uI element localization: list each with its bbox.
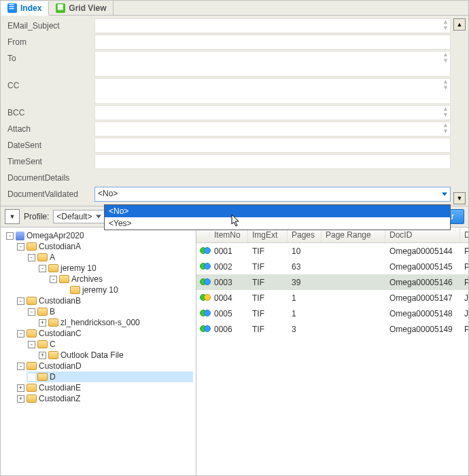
form-scroll-down[interactable]: ▼	[453, 192, 466, 204]
timesent-input[interactable]	[94, 154, 451, 169]
tree-node[interactable]: -A	[27, 252, 193, 263]
tree-node[interactable]: -jeremy 10	[37, 263, 193, 274]
collapse-icon[interactable]: -	[50, 276, 57, 283]
expand-icon[interactable]: +	[17, 384, 24, 392]
bcc-spinner[interactable]: ▲▼	[442, 106, 449, 118]
table-row[interactable]: 0004TIF1Omega00005147JPG	[196, 290, 468, 306]
table-row[interactable]: 0001TIF10Omega00005144PDF	[196, 243, 468, 259]
form-scroll-up[interactable]: ▲	[453, 18, 466, 31]
cell-pages: 39	[288, 276, 322, 289]
tab-index[interactable]: Index	[1, 1, 49, 16]
index-form-area: EMail_Subject▲▼FromTo▲▼CC▲▼BCC▲▼Attach▲▼…	[1, 16, 468, 206]
tree-panel[interactable]: -OmegaApr2020-CustodianA-A-jeremy 10-Arc…	[1, 227, 196, 475]
profile-menu-button[interactable]: ▼	[5, 209, 20, 224]
cell-docid: Omega00005144	[385, 244, 460, 258]
table-row[interactable]: 0003TIF39Omega00005146PDF	[196, 274, 468, 290]
to-input[interactable]: ▲▼	[94, 51, 451, 77]
folder-icon	[37, 308, 48, 316]
tree-node[interactable]: jeremy 10	[59, 285, 193, 295]
database-icon	[16, 232, 24, 240]
tab-grid-view[interactable]: Grid View	[49, 1, 114, 15]
collapse-icon[interactable]: -	[17, 297, 24, 305]
collapse-icon[interactable]: -	[17, 363, 24, 370]
collapse-icon[interactable]: -	[28, 254, 35, 261]
collapse-icon[interactable]: -	[6, 232, 14, 240]
cell-itemno: 0005	[210, 307, 248, 321]
cell-pages: 3	[288, 323, 322, 336]
cell-docext: JPG	[460, 291, 468, 305]
tree-node[interactable]: -CustodianC	[16, 328, 193, 339]
folder-icon	[27, 384, 37, 392]
grid-panel: ItemNo ImgExt Pages Page Range DocID Doc…	[196, 227, 468, 475]
folder-icon	[37, 373, 48, 381]
to-spinner[interactable]: ▲▼	[442, 52, 449, 64]
field-row-cc: CC▲▼	[3, 78, 451, 104]
bcc-input[interactable]: ▲▼	[94, 105, 451, 120]
tree-node[interactable]: -CustodianD	[16, 361, 193, 371]
tree-node-label: D	[50, 372, 56, 382]
folder-icon	[48, 351, 58, 359]
document-validated-dropdown-list[interactable]: <No><Yes>	[104, 204, 451, 230]
cc-label: CC	[3, 78, 92, 104]
cell-docid: Omega00005147	[385, 291, 460, 305]
tree-node[interactable]: +CustodianE	[16, 382, 193, 393]
from-input[interactable]	[94, 35, 451, 50]
tree-node-label: jeremy 10	[60, 263, 97, 273]
collapse-icon[interactable]: -	[17, 243, 24, 251]
chevron-down-icon	[442, 193, 447, 196]
tree-node[interactable]: +Outlook Data File	[37, 350, 193, 361]
tree-node-label: CustodianD	[39, 361, 82, 371]
tree-node[interactable]: +zl_hendrickson-s_000	[37, 317, 193, 328]
collapse-icon[interactable]: -	[17, 330, 24, 337]
tree-node[interactable]: D	[27, 371, 193, 382]
field-row-timesent: TimeSent	[3, 154, 451, 169]
collapse-icon[interactable]: -	[39, 265, 46, 272]
tree-node-label: CustodianA	[39, 242, 81, 251]
table-row[interactable]: 0006TIF3Omega00005149PDF	[196, 321, 468, 337]
profile-select[interactable]: <Default>	[53, 210, 105, 223]
field-row-email_subject: EMail_Subject▲▼	[3, 18, 451, 33]
table-row[interactable]: 0005TIF1Omega00005148JPG	[196, 306, 468, 321]
cc-spinner[interactable]: ▲▼	[442, 79, 449, 91]
from-label: From	[3, 35, 92, 50]
tree-node[interactable]: -C	[27, 339, 193, 350]
collapse-icon[interactable]: -	[28, 308, 35, 316]
tree-node-label: zl_hendrickson-s_000	[60, 318, 140, 327]
email_subject-input[interactable]: ▲▼	[94, 18, 451, 33]
expand-icon[interactable]: +	[39, 352, 46, 359]
tree-node[interactable]: -CustodianB	[16, 295, 193, 306]
table-row[interactable]: 0002TIF63Omega00005145PDF	[196, 259, 468, 274]
cell-pagerange	[322, 296, 385, 300]
collapse-icon[interactable]: -	[28, 341, 35, 348]
cell-pages: 63	[288, 260, 322, 274]
email_subject-label: EMail_Subject	[3, 18, 92, 33]
cc-input[interactable]: ▲▼	[94, 78, 451, 104]
dropdown-option[interactable]: <No>	[105, 205, 450, 217]
tree-node[interactable]: -B	[27, 306, 193, 317]
tree-node-label: C	[50, 340, 56, 349]
dropdown-option[interactable]: <Yes>	[105, 217, 450, 230]
folder-icon	[48, 264, 58, 272]
cell-itemno: 0006	[210, 323, 248, 336]
row-status-icon	[201, 276, 210, 286]
expand-icon[interactable]: +	[39, 319, 46, 327]
tree-node[interactable]: -CustodianA	[16, 241, 193, 252]
cell-docext: JPG	[460, 307, 468, 321]
tree-node-label: Outlook Data File	[60, 350, 124, 360]
tree-node[interactable]: -Archives	[48, 274, 193, 285]
tree-node[interactable]: +CustodianZ	[16, 393, 193, 404]
folder-icon	[27, 362, 37, 370]
expand-icon[interactable]: +	[17, 395, 24, 403]
tree-node-label: CustodianZ	[39, 394, 80, 403]
datesent-input[interactable]	[94, 138, 451, 153]
attach-spinner[interactable]: ▲▼	[442, 122, 449, 134]
tree-root-label: OmegaApr2020	[27, 231, 84, 240]
attach-input[interactable]: ▲▼	[94, 122, 451, 136]
col-docext[interactable]: DocExt	[460, 227, 468, 242]
cell-imgext: TIF	[248, 307, 288, 321]
cell-itemno: 0001	[210, 244, 248, 258]
document_validated-dropdown[interactable]: <No>	[94, 187, 451, 202]
row-status-icon	[201, 261, 210, 270]
email_subject-spinner[interactable]: ▲▼	[442, 19, 449, 31]
tree-root-node[interactable]: -OmegaApr2020	[5, 230, 193, 241]
